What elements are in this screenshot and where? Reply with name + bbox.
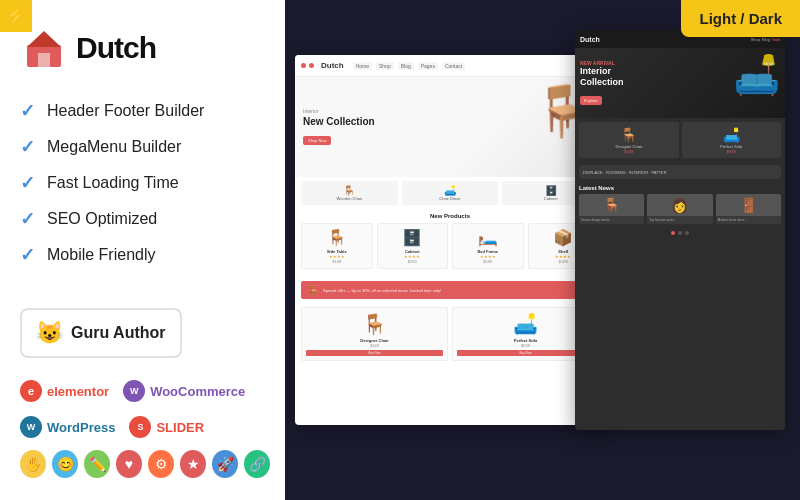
product-price: $349 (306, 343, 443, 348)
preview-header: Dutch Home Shop Blog Pages Contact 🔍 🛒 (295, 55, 605, 77)
left-panel: Dutch ✓ Header Footer Builder ✓ MegaMenu… (0, 0, 290, 500)
news-card: 🚪 Modern home decor... (716, 194, 781, 224)
dark-news-section: Latest News 🪑 Interior design trends... … (575, 182, 785, 227)
elementor-icon: e (20, 380, 42, 402)
news-img: 🪑 (579, 194, 644, 216)
cat-name: Wooden Chair (337, 196, 363, 201)
nav-item: Blog (398, 62, 414, 70)
dark-nav-item: Sale (772, 37, 780, 42)
preview-container: Dutch Home Shop Blog Pages Contact 🔍 🛒 I… (285, 0, 800, 500)
lightning-icon: ⚡ (0, 0, 32, 32)
hero-text: Interior New Collection Shop Now (303, 108, 375, 146)
guru-label: Guru Author (71, 324, 166, 342)
buy-btn: Buy Now (457, 350, 594, 356)
bottom-logos: e elementor W WooCommerce W WordPress S … (20, 380, 270, 438)
feature-item: ✓ MegaMenu Builder (20, 136, 270, 158)
news-row: 🪑 Interior design trends... 👩 Top furnit… (579, 194, 781, 224)
feature-item: ✓ Header Footer Builder (20, 100, 270, 122)
header-dot (301, 63, 306, 68)
slider-label: SLIDER (156, 420, 204, 435)
product-row-2: 🪑 Designer Chair $349 Buy Now 🛋️ Perfect… (301, 307, 599, 361)
svg-rect-2 (38, 53, 50, 67)
dark-brand-strip: DISPLACE · ROOMING · INTERIOR · PATTER (579, 165, 781, 179)
cat-name: Cabinet (544, 196, 558, 201)
brand-slider-revolution: S SLIDER (129, 416, 204, 438)
product-card: 🛏️ Bed Frame ★★★★ $599 (452, 223, 524, 269)
preview-logo: Dutch (321, 61, 344, 70)
nav-item: Contact (442, 62, 465, 70)
product-icon: 🛋️ (457, 312, 594, 336)
elementor-label: elementor (47, 384, 109, 399)
cat-icon: 🛋️ (406, 185, 495, 196)
buy-btn: Buy Now (306, 350, 443, 356)
promo-banner: 🪑 Special offer — Up to 30% off on selec… (301, 281, 599, 299)
product-card: 🪑 Designer Chair $349 Buy Now (301, 307, 448, 361)
dark-title: InteriorCollection (580, 66, 624, 88)
nav-item: Shop (376, 62, 394, 70)
category-item: 🛋️ Chair Decor (402, 181, 499, 205)
news-text: Interior design trends... (579, 216, 644, 224)
feature-label: Mobile Friendly (47, 246, 155, 264)
hero-subtitle: Interior (303, 108, 375, 114)
product-card: 🪑 Side Table ★★★★ $149 (301, 223, 373, 269)
feature-label: SEO Optimized (47, 210, 157, 228)
logo-text: Dutch (76, 31, 156, 65)
features-list: ✓ Header Footer Builder ✓ MegaMenu Build… (20, 100, 270, 280)
news-text: Modern home decor... (716, 216, 781, 224)
feature-label: Header Footer Builder (47, 102, 204, 120)
preview-dark: Dutch Shop Blog Sale NEW ARRIVAL Interio… (575, 30, 785, 430)
product-icon: 🗄️ (382, 228, 444, 247)
section-title: New Products (301, 213, 599, 219)
banner-text: Special offer — Up to 30% off on selecte… (323, 288, 441, 293)
wp-label: WordPress (47, 420, 115, 435)
dark-section-title: Latest News (579, 185, 781, 191)
feature-item: ✓ Fast Loading Time (20, 172, 270, 194)
plugin-icon-5: ⚙ (148, 450, 174, 478)
woo-label: WooCommerce (150, 384, 245, 399)
plugin-icon-7: 🚀 (212, 450, 238, 478)
product-row: 🪑 Side Table ★★★★ $149 🗄️ Cabinet ★★★★ $… (301, 223, 599, 269)
logo-area: Dutch (20, 24, 270, 72)
brand-woocommerce: W WooCommerce (123, 380, 245, 402)
right-panel: Dutch Home Shop Blog Pages Contact 🔍 🛒 I… (285, 0, 800, 500)
svg-marker-1 (27, 31, 61, 47)
nav-item: Home (353, 62, 372, 70)
nav-item: Pages (418, 62, 438, 70)
plugin-icon-1: ✋ (20, 450, 46, 478)
product-price: $149 (306, 259, 368, 264)
plugin-icon-8: 🔗 (244, 450, 270, 478)
brand-elementor: e elementor (20, 380, 109, 402)
dark-product-icon: 🛋️ (723, 127, 740, 143)
product-price: $299 (382, 259, 444, 264)
news-img: 🚪 (716, 194, 781, 216)
preview-hero: Interior New Collection Shop Now 🪑 (295, 77, 605, 177)
dark-nav-item: Shop (751, 37, 760, 42)
hero-btn: Shop Now (303, 136, 331, 145)
dark-product-price: $349 (583, 149, 675, 154)
news-img: 👩 (647, 194, 712, 216)
plugin-icon-3: ✏️ (84, 450, 110, 478)
banner-icon: 🪑 (307, 285, 319, 296)
check-icon: ✓ (20, 100, 35, 122)
slider-icon: S (129, 416, 151, 438)
check-icon: ✓ (20, 136, 35, 158)
plugin-icon-6: ★ (180, 450, 206, 478)
page-dot (685, 231, 689, 235)
dark-nav: Shop Blog Sale (751, 37, 780, 42)
dark-products: 🪑 Designer Chair $349 🛋️ Perfect Sofa $6… (575, 118, 785, 162)
preview-light: Dutch Home Shop Blog Pages Contact 🔍 🛒 I… (295, 55, 605, 425)
dark-hero: NEW ARRIVAL InteriorCollection Explore 🛋… (575, 48, 785, 118)
news-card: 🪑 Interior design trends... (579, 194, 644, 224)
news-card: 👩 Top furniture picks... (647, 194, 712, 224)
feature-label: Fast Loading Time (47, 174, 179, 192)
dark-product-price: $699 (686, 149, 778, 154)
dark-hero-image: 🛋️ (733, 53, 780, 97)
product-card: 🗄️ Cabinet ★★★★ $299 (377, 223, 449, 269)
check-icon: ✓ (20, 172, 35, 194)
page-dot (678, 231, 682, 235)
theme-badge: Light / Dark (681, 0, 800, 37)
pagination (575, 227, 785, 239)
product-price: $599 (457, 259, 519, 264)
preview-nav: Home Shop Blog Pages Contact (353, 62, 465, 70)
page-dot-active (671, 231, 675, 235)
